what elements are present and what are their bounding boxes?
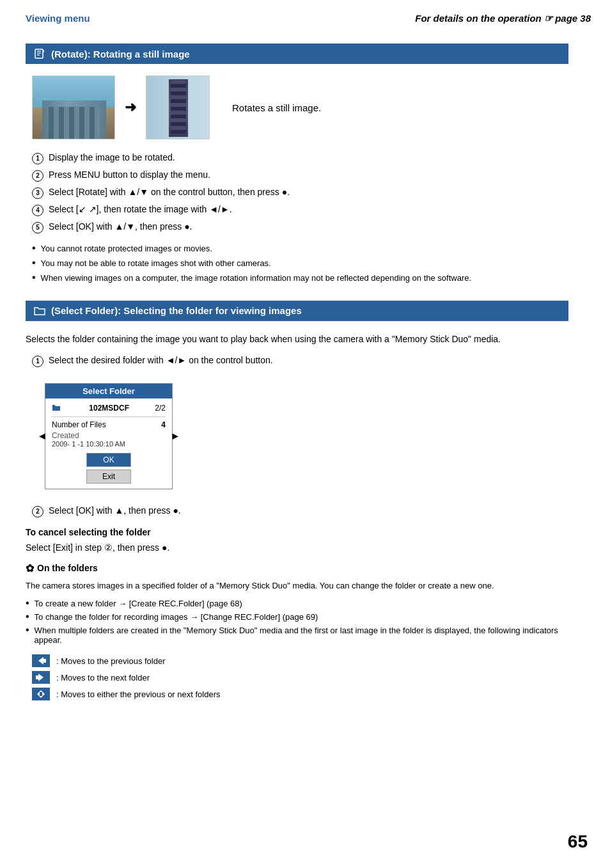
on-folders-text: The camera stores images in a specified …	[26, 580, 568, 592]
svg-rect-13	[40, 692, 42, 696]
page-reference: For details on the operation ☞ page 38	[415, 13, 591, 24]
on-folders-title: ✿ On the folders	[26, 562, 568, 574]
cancel-subtitle: To cancel selecting the folder	[26, 527, 568, 537]
folder-icon-small	[52, 404, 61, 413]
rotate-step-5-text: Select [OK] with ▲/▼, then press ●.	[49, 221, 192, 232]
rotate-note-2: • You may not be able to rotate images s…	[32, 258, 568, 269]
folder-nav-right-arrow: ►	[170, 430, 180, 442]
folder-icon	[33, 304, 46, 317]
indicator-prev: : Moves to the previous folder	[32, 654, 568, 667]
created-label: Created	[52, 431, 166, 440]
bullet-2: •	[32, 258, 36, 268]
indicator-both: : Moves to either the previous or next f…	[32, 688, 568, 700]
both-icon-graphic	[32, 688, 50, 700]
cancel-text: Select [Exit] in step ②, then press ●.	[26, 542, 568, 553]
select-folder-title: (Select Folder): Selecting the folder fo…	[51, 305, 302, 316]
select-folder-description: Selects the folder containing the image …	[26, 333, 568, 346]
rotate-note-1: • You cannot rotate protected images or …	[32, 243, 568, 255]
step-number-5: 5	[32, 222, 43, 233]
rotate-note-3-text: When viewing images on a computer, the i…	[41, 272, 472, 284]
indicator-prev-text: : Moves to the previous folder	[56, 656, 166, 666]
prev-folder-icon	[32, 654, 50, 667]
indicator-next: : Moves to the next folder	[32, 671, 568, 684]
on-folders-bullets: • To create a new folder → [Create REC.F…	[26, 598, 568, 645]
indicator-both-text: : Moves to either the previous or next f…	[56, 690, 221, 699]
rotate-step-1: 1 Display the image to be rotated.	[32, 152, 568, 164]
folder-name-row: 102MSDCF 2/2	[52, 404, 166, 413]
folder-exit-button[interactable]: Exit	[86, 470, 131, 484]
main-content: (Rotate): Rotating a still image ➜	[26, 43, 591, 700]
page-header: Viewing menu For details on the operatio…	[26, 13, 591, 24]
prev-icon-graphic	[32, 654, 50, 667]
rotate-step-2-text: Press MENU button to display the menu.	[49, 170, 210, 180]
sf-step-1-text: Select the desired folder with ◄/► on th…	[49, 355, 273, 365]
folders-bullet-3: • When multiple folders are created in t…	[26, 625, 568, 645]
rotated-image	[146, 75, 210, 139]
folder-dialog-title: Select Folder	[45, 384, 172, 398]
indicator-next-text: : Moves to the next folder	[56, 673, 150, 683]
folder-date: 2009- 1 -1 10:30:10 AM	[52, 440, 166, 448]
rotate-note-2-text: You may not be able to rotate images sho…	[41, 258, 271, 269]
bullet-3: •	[32, 272, 36, 283]
for-details-text: For details on the operation ☞ page 38	[415, 13, 591, 24]
select-folder-step-2: 2 Select [OK] with ▲, then press ●.	[32, 505, 568, 517]
page-number: 65	[568, 832, 588, 852]
folders-bullet-2: • To change the folder for recording ima…	[26, 612, 568, 622]
step-number-4: 4	[32, 205, 43, 216]
rotate-step-3-text: Select [Rotate] with ▲/▼ on the control …	[49, 187, 290, 197]
rotate-step-5: 5 Select [OK] with ▲/▼, then press ●.	[32, 221, 568, 233]
section-label: Viewing menu	[26, 13, 90, 24]
svg-rect-8	[36, 675, 38, 679]
rotate-step-2: 2 Press MENU button to display the menu.	[32, 170, 568, 182]
rotate-section-header: (Rotate): Rotating a still image	[26, 43, 568, 64]
indicator-icons-list: : Moves to the previous folder : Moves t…	[32, 654, 568, 700]
folders-bullet-3-text: When multiple folders are created in the…	[35, 626, 568, 645]
bullet-1: •	[32, 243, 36, 253]
select-folder-section-header: (Select Folder): Selecting the folder fo…	[26, 301, 568, 321]
files-row: Number of Files 4	[52, 420, 166, 429]
rotate-icon	[33, 47, 46, 60]
svg-rect-6	[43, 659, 46, 663]
files-label: Number of Files	[52, 420, 106, 429]
rotate-note-1-text: You cannot rotate protected images or mo…	[41, 243, 212, 255]
original-image	[32, 75, 115, 139]
svg-rect-0	[35, 49, 43, 58]
folders-bullet-1: • To create a new folder → [Create REC.F…	[26, 598, 568, 608]
next-icon-graphic	[32, 671, 50, 684]
step-number-2: 2	[32, 170, 43, 182]
step-number-3: 3	[32, 187, 43, 199]
note-icon: ✿	[26, 562, 34, 574]
folders-bullet-1-text: To create a new folder → [Create REC.Fol…	[35, 599, 242, 608]
step-number-1: 1	[32, 153, 43, 164]
both-folder-icon	[32, 688, 50, 700]
folder-name: 102MSDCF	[89, 404, 129, 413]
rotate-step-3: 3 Select [Rotate] with ▲/▼ on the contro…	[32, 187, 568, 199]
folder-nav-left-arrow: ◄	[37, 430, 47, 442]
rotate-steps: 1 Display the image to be rotated. 2 Pre…	[32, 152, 568, 233]
rotate-images-area: ➜	[32, 75, 210, 139]
select-folder-step-1: 1 Select the desired folder with ◄/► on …	[32, 355, 568, 367]
rotate-section-title: (Rotate): Rotating a still image	[51, 49, 190, 59]
select-folder-ui: ◄ Select Folder 102MSDCF 2/2	[45, 383, 173, 489]
rotate-description: Rotates a still image.	[232, 102, 321, 113]
rotate-step-4: 4 Select [↙ ↗], then rotate the image wi…	[32, 204, 568, 216]
folder-dialog-box: Select Folder 102MSDCF 2/2	[45, 383, 173, 489]
folders-bullet-2-text: To change the folder for recording image…	[35, 612, 318, 622]
folder-buttons: OK Exit	[52, 453, 166, 484]
rotate-note-3: • When viewing images on a computer, the…	[32, 272, 568, 284]
rotate-step-1-text: Display the image to be rotated.	[49, 152, 175, 162]
next-folder-icon	[32, 671, 50, 684]
folder-num: 2/2	[155, 404, 166, 413]
files-count: 4	[161, 420, 166, 429]
sf-step-number-1: 1	[32, 356, 43, 367]
folder-ok-button[interactable]: OK	[86, 453, 131, 467]
rotate-notes: • You cannot rotate protected images or …	[32, 243, 568, 285]
sf-step-number-2: 2	[32, 506, 43, 517]
rotate-step-4-text: Select [↙ ↗], then rotate the image with…	[49, 204, 232, 214]
arrow-icon: ➜	[125, 99, 136, 116]
sf-step-2-text: Select [OK] with ▲, then press ●.	[49, 505, 181, 516]
folder-dialog-content: 102MSDCF 2/2 Number of Files 4 Created 2…	[45, 398, 172, 489]
